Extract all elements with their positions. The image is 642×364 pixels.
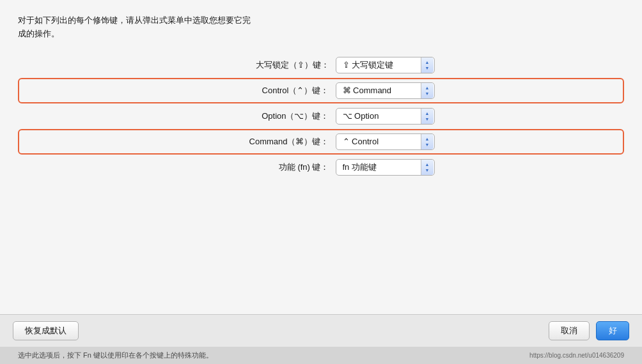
- restore-defaults-button[interactable]: 恢复成默认: [13, 321, 79, 340]
- control-select[interactable]: ⌘ Command ⇪ 大写锁定键 ⌃ Control ⌥ Option fn …: [336, 82, 435, 99]
- fn-label: 功能 (fn) 键：: [208, 162, 336, 173]
- command-label: Command（⌘）键：: [208, 136, 336, 148]
- bottom-bar: 恢复成默认 取消 好: [0, 314, 642, 347]
- footer-url: https://blog.csdn.net/u014636209: [529, 352, 624, 359]
- command-row: Command（⌘）键： ⌃ Control ⇪ 大写锁定键 ⌥ Option …: [18, 129, 624, 155]
- option-label: Option（⌥）键：: [208, 110, 336, 122]
- control-row: Control（⌃）键： ⌘ Command ⇪ 大写锁定键 ⌃ Control…: [18, 78, 624, 103]
- fn-row: 功能 (fn) 键： fn 功能键 ⇪ 大写锁定键 ⌃ Control ⌥ Op…: [18, 156, 624, 179]
- bottom-left: 恢复成默认: [13, 321, 79, 340]
- main-panel: 对于如下列出的每个修饰键，请从弹出式菜单中选取您想要它完 成的操作。 大写锁定（…: [0, 0, 642, 314]
- ok-button[interactable]: 好: [596, 321, 629, 340]
- form-area: 大写锁定（⇪）键： ⇪ 大写锁定键 ⌃ Control ⌥ Option ⌘ C…: [18, 54, 624, 179]
- control-label: Control（⌃）键：: [208, 85, 336, 96]
- option-row: Option（⌥）键： ⌥ Option ⇪ 大写锁定键 ⌃ Control ⌘…: [18, 105, 624, 128]
- bottom-right: 取消 好: [549, 321, 629, 340]
- caps-lock-select[interactable]: ⇪ 大写锁定键 ⌃ Control ⌥ Option ⌘ Command fn …: [336, 57, 435, 73]
- footer-note-text: 选中此选项后，按下 Fn 键以使用印在各个按键上的特殊功能。: [18, 351, 213, 360]
- option-select[interactable]: ⌥ Option ⇪ 大写锁定键 ⌃ Control ⌘ Command fn …: [336, 108, 435, 125]
- command-select-wrapper: ⌃ Control ⇪ 大写锁定键 ⌥ Option ⌘ Command fn …: [336, 133, 435, 150]
- caps-lock-label: 大写锁定（⇪）键：: [208, 59, 336, 71]
- fn-select-wrapper: fn 功能键 ⇪ 大写锁定键 ⌃ Control ⌥ Option ⌘ Comm…: [336, 159, 435, 176]
- fn-select[interactable]: fn 功能键 ⇪ 大写锁定键 ⌃ Control ⌥ Option ⌘ Comm…: [336, 159, 435, 176]
- description-text: 对于如下列出的每个修饰键，请从弹出式菜单中选取您想要它完 成的操作。: [18, 14, 402, 41]
- caps-lock-select-wrapper: ⇪ 大写锁定键 ⌃ Control ⌥ Option ⌘ Command fn …: [336, 57, 435, 73]
- option-select-wrapper: ⌥ Option ⇪ 大写锁定键 ⌃ Control ⌘ Command fn …: [336, 108, 435, 125]
- cancel-button[interactable]: 取消: [549, 321, 590, 340]
- command-select[interactable]: ⌃ Control ⇪ 大写锁定键 ⌥ Option ⌘ Command fn …: [336, 133, 435, 150]
- caps-lock-row: 大写锁定（⇪）键： ⇪ 大写锁定键 ⌃ Control ⌥ Option ⌘ C…: [18, 54, 624, 77]
- footer-bar: 选中此选项后，按下 Fn 键以使用印在各个按键上的特殊功能。 https://b…: [0, 347, 642, 364]
- control-select-wrapper: ⌘ Command ⇪ 大写锁定键 ⌃ Control ⌥ Option fn …: [336, 82, 435, 99]
